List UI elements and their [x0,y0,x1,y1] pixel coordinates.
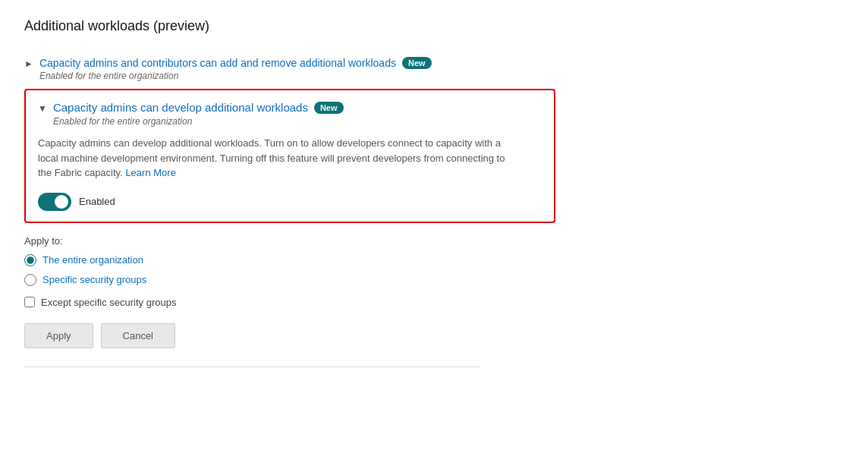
description-text: Capacity admins can develop additional w… [38,137,505,178]
expanded-header: ▼ Capacity admins can develop additional… [38,101,542,127]
collapsed-item-content: Capacity admins and contributors can add… [39,57,432,81]
radio-group: The entire organization Specific securit… [24,254,555,286]
expanded-item-content: Capacity admins can develop additional w… [53,101,344,127]
expanded-new-badge: New [314,102,344,114]
toggle-label-text: Enabled [79,196,115,207]
toggle-row: Enabled [38,193,542,211]
expand-chevron-icon: ► [24,58,33,69]
expanded-workload-item: ▼ Capacity admins can develop additional… [24,89,555,223]
collapsed-item-title-text: Capacity admins and contributors can add… [39,57,396,69]
radio-specific-groups-input[interactable] [24,274,36,286]
expanded-title-row: Capacity admins can develop additional w… [53,101,344,114]
radio-specific-groups[interactable]: Specific security groups [24,274,555,286]
except-groups-label: Except specific security groups [41,297,176,308]
workload-list: ► Capacity admins and contributors can a… [24,49,555,348]
collapsed-item-title-row: Capacity admins and contributors can add… [39,57,432,69]
section-divider [24,366,480,367]
expanded-item-subtitle: Enabled for the entire organization [53,116,344,127]
learn-more-link[interactable]: Learn More [125,167,175,178]
expanded-description: Capacity admins can develop additional w… [38,136,508,181]
apply-to-title: Apply to: [24,235,555,247]
radio-entire-org-input[interactable] [24,254,36,266]
collapsed-item-subtitle: Enabled for the entire organization [39,71,432,81]
toggle-slider [38,193,71,211]
button-row: Apply Cancel [24,323,555,348]
collapsed-workload-item[interactable]: ► Capacity admins and contributors can a… [24,49,555,89]
collapse-chevron-icon[interactable]: ▼ [38,103,47,114]
cancel-button[interactable]: Cancel [101,323,175,348]
except-groups-checkbox-item[interactable]: Except specific security groups [24,297,555,308]
apply-button[interactable]: Apply [24,323,93,348]
page-title: Additional workloads (preview) [24,18,844,34]
radio-specific-groups-label: Specific security groups [42,274,146,285]
apply-to-section: Apply to: The entire organization Specif… [24,235,555,348]
radio-entire-org[interactable]: The entire organization [24,254,555,266]
collapsed-new-badge: New [402,57,432,69]
radio-entire-org-label: The entire organization [42,254,143,266]
except-groups-checkbox[interactable] [24,297,35,307]
enabled-toggle[interactable] [38,193,71,211]
expanded-item-title: Capacity admins can develop additional w… [53,101,308,114]
